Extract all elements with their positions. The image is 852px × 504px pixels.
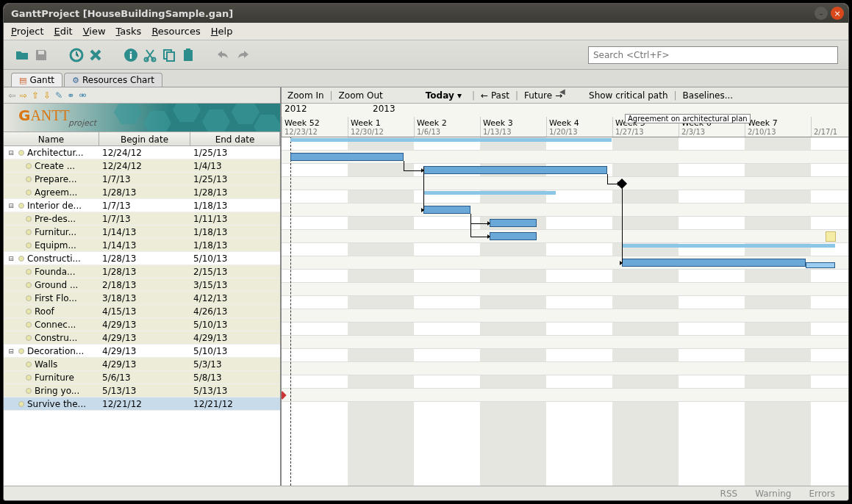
- paste-icon[interactable]: [180, 47, 196, 63]
- menu-project[interactable]: Project: [11, 26, 44, 37]
- week-date: 1/6/13: [417, 128, 440, 136]
- task-begin: 3/18/13: [99, 293, 190, 303]
- critical-path-button[interactable]: Show critical path: [589, 90, 667, 101]
- delete-icon[interactable]: [87, 47, 104, 63]
- task-end: 1/18/13: [190, 201, 280, 211]
- menu-view[interactable]: View: [83, 26, 106, 37]
- task-end: 1/18/13: [190, 227, 280, 237]
- summary-bar[interactable]: [290, 138, 612, 142]
- task-bar[interactable]: [622, 259, 806, 267]
- table-row[interactable]: ⊟Decoration...4/29/135/10/13: [4, 345, 280, 358]
- zoom-out-button[interactable]: Zoom Out: [339, 90, 383, 101]
- gantt-chart[interactable]: [282, 137, 848, 486]
- menu-resources[interactable]: Resources: [151, 26, 200, 37]
- zoom-in-button[interactable]: Zoom In: [287, 90, 324, 101]
- task-begin: 5/6/13: [99, 372, 190, 383]
- task-bar[interactable]: [290, 153, 404, 161]
- splitter-handle[interactable]: ◀: [559, 87, 567, 95]
- logo-text: GANTT: [18, 107, 70, 124]
- nav-back-icon[interactable]: ⇦: [8, 90, 15, 101]
- link-icon[interactable]: ⚭: [67, 90, 74, 101]
- nav-down-icon[interactable]: ⇩: [43, 90, 51, 101]
- task-name: Architectur...: [27, 148, 84, 158]
- task-bar[interactable]: [490, 219, 537, 227]
- search-input[interactable]: [588, 46, 838, 64]
- table-row[interactable]: ⊟Constructi...1/28/135/10/13: [4, 252, 280, 265]
- task-name: Connec...: [35, 320, 76, 330]
- table-row[interactable]: Bring yo...5/13/135/13/13: [4, 384, 280, 397]
- table-row[interactable]: Agreem...1/28/131/28/13: [4, 186, 280, 199]
- task-begin: 12/24/12: [99, 161, 190, 171]
- summary-bar[interactable]: [423, 191, 556, 195]
- menu-help[interactable]: Help: [211, 26, 233, 37]
- info-icon[interactable]: i: [123, 47, 139, 63]
- edit-task-icon[interactable]: ✎: [55, 90, 62, 101]
- task-name: Prepare...: [35, 174, 77, 184]
- table-row[interactable]: Furniture5/6/135/8/13: [4, 371, 280, 384]
- week-label: Week 3: [483, 118, 513, 128]
- table-row[interactable]: Create ...12/24/121/4/13: [4, 159, 280, 173]
- week-label: Week 1: [351, 118, 381, 128]
- table-row[interactable]: Founda...1/28/132/15/13: [4, 265, 280, 278]
- summary-bar[interactable]: [622, 244, 835, 248]
- svg-rect-6: [167, 52, 174, 61]
- toolbar: i: [4, 40, 848, 70]
- task-end: 1/18/13: [190, 240, 280, 251]
- task-begin: 4/29/13: [99, 333, 190, 343]
- table-row[interactable]: Walls4/29/135/3/13: [4, 358, 280, 371]
- col-name[interactable]: Name: [4, 132, 99, 145]
- cut-icon[interactable]: [142, 47, 158, 63]
- task-name: Constructi...: [27, 253, 81, 264]
- future-button[interactable]: Future →: [524, 90, 562, 101]
- baselines-button[interactable]: Baselines...: [683, 90, 734, 101]
- minimize-button[interactable]: –: [815, 7, 828, 20]
- task-bar[interactable]: [423, 206, 470, 214]
- table-row[interactable]: Roof4/15/134/26/13: [4, 305, 280, 318]
- status-errors[interactable]: Errors: [809, 489, 835, 499]
- task-begin: 4/29/13: [99, 359, 190, 370]
- table-row[interactable]: Constru...4/29/134/29/13: [4, 331, 280, 345]
- today-button[interactable]: Today ▾: [426, 90, 462, 101]
- close-button[interactable]: ×: [831, 7, 844, 20]
- nav-forward-icon[interactable]: ⇨: [20, 90, 27, 101]
- status-warning[interactable]: Warning: [755, 489, 791, 499]
- table-row[interactable]: ⊟Architectur...12/24/121/25/13: [4, 146, 280, 159]
- table-row[interactable]: Ground ...2/18/133/15/13: [4, 278, 280, 292]
- table-row[interactable]: Survive the...12/21/1212/21/12: [4, 397, 280, 411]
- clock-icon[interactable]: [68, 47, 85, 63]
- undo-icon[interactable]: [215, 47, 232, 63]
- status-rss[interactable]: RSS: [720, 489, 738, 499]
- open-icon[interactable]: [14, 47, 30, 63]
- copy-icon[interactable]: [161, 47, 177, 63]
- task-table-pane: ⇦ ⇨ ⇧ ⇩ ✎ ⚭ ⚮ GANTT project Name Begin: [4, 87, 282, 486]
- note-icon[interactable]: [826, 231, 836, 242]
- past-button[interactable]: ← Past: [481, 90, 509, 101]
- table-row[interactable]: Connec...4/29/135/10/13: [4, 318, 280, 331]
- table-row[interactable]: ⊟Interior de...1/7/131/18/13: [4, 199, 280, 212]
- col-begin[interactable]: Begin date: [99, 132, 190, 145]
- tab-gantt[interactable]: ▤Gantt: [11, 73, 62, 87]
- task-name: Constru...: [35, 333, 77, 343]
- table-row[interactable]: Equipm...1/14/131/18/13: [4, 239, 280, 252]
- table-row[interactable]: Prepare...1/7/131/25/13: [4, 173, 280, 186]
- menu-tasks[interactable]: Tasks: [116, 26, 142, 37]
- redo-icon[interactable]: [235, 47, 251, 63]
- menu-edit[interactable]: Edit: [54, 26, 73, 37]
- logo-banner: GANTT project: [4, 104, 280, 132]
- task-name: Equipm...: [35, 240, 76, 251]
- table-row[interactable]: First Flo...3/18/134/12/13: [4, 292, 280, 305]
- week-date: 12/23/12: [284, 128, 318, 136]
- unlink-icon[interactable]: ⚮: [79, 90, 86, 101]
- tab-resources[interactable]: ⚙Resources Chart: [64, 73, 162, 87]
- table-row[interactable]: Furnitur...1/14/131/18/13: [4, 226, 280, 239]
- resources-icon: ⚙: [72, 76, 79, 85]
- nav-up-icon[interactable]: ⇧: [32, 90, 39, 101]
- svg-text:i: i: [129, 50, 132, 61]
- save-icon[interactable]: [33, 47, 49, 63]
- task-bar[interactable]: [423, 166, 607, 174]
- gantt-pane: ◀ Zoom In| Zoom Out Today ▾| ← Past| Fut…: [282, 87, 848, 486]
- col-end[interactable]: End date: [190, 132, 280, 145]
- task-bar[interactable]: [490, 232, 537, 240]
- table-row[interactable]: Pre-des...1/7/131/11/13: [4, 212, 280, 226]
- task-name: Furnitur...: [35, 227, 76, 237]
